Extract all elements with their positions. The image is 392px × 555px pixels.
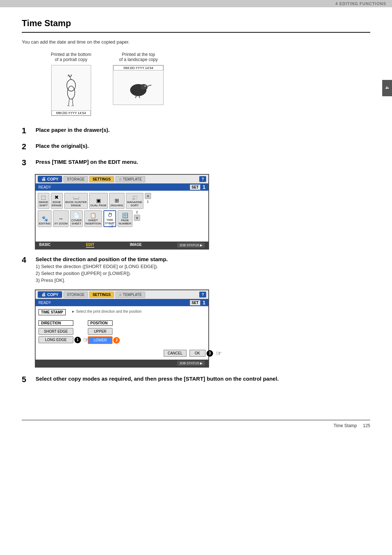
direction-column: DIRECTION SHORT EDGE LONG EDGE 1 ☞	[38, 320, 73, 344]
step4-sub3: 3) Press [OK].	[36, 278, 168, 283]
dual-page-btn[interactable]: ▣ DUAL PAGE	[89, 193, 108, 209]
position-column: POSITION UPPER LOWER 2 ☞	[88, 320, 113, 344]
template-btn[interactable]: ☆ TEMPLATE	[115, 176, 145, 182]
edit-tab[interactable]: EDIT	[86, 243, 94, 248]
landscape-illustration: Printed at the top of a landscape copy M…	[113, 52, 164, 105]
svg-line-3	[69, 98, 69, 105]
editing-btn[interactable]: 🐾 EDITING	[38, 210, 52, 227]
storage-btn2[interactable]: STORAGE	[64, 292, 88, 298]
basic-tab[interactable]: BASIC	[39, 243, 50, 248]
short-edge-btn[interactable]: SHORT EDGE	[38, 328, 73, 335]
cursor-hand4: ☞	[216, 349, 222, 357]
step4-sub2: 2) Select the position ([UPPER] or [LOWE…	[36, 271, 168, 276]
edge-erase-btn[interactable]: ✖ EDGEERASE	[51, 193, 63, 209]
copy-button2[interactable]: 🖨 COPY	[38, 291, 62, 298]
landscape-box: MM.DD.YYYY 14:54	[113, 65, 164, 105]
screen2-bottom: CANCEL OK 3 ☞	[38, 350, 205, 357]
portrait-timestamp: MM.DD.YYYY 14:54	[52, 110, 91, 116]
step-3: 3 Press [TIME STAMP] on the EDIT menu.	[22, 158, 370, 167]
side-tab: 4	[382, 80, 392, 96]
screen2-body: TIME STAMP ► Select the print direction …	[36, 306, 208, 360]
kiwi-icon	[124, 76, 153, 98]
copy-icon2: 🖨	[41, 292, 46, 297]
page-footer: Time Stamp 125	[22, 420, 370, 428]
help-btn2[interactable]: ?	[199, 292, 206, 297]
help-btn[interactable]: ?	[199, 176, 206, 182]
screen2-header: 🖨 COPY STORAGE SETTINGS ☆ TEMPLATE ?	[36, 290, 208, 299]
screen1-row1: ⬚ IMAGESHIFT ✖ EDGEERASE 📖 BOOK GUNTERER…	[38, 193, 206, 209]
storage-btn[interactable]: STORAGE	[64, 176, 88, 182]
screen2-instruction: ► Select the print direction and the pos…	[72, 309, 142, 313]
svg-line-4	[72, 98, 73, 105]
screen2-footer: JOB STATUS ▶	[36, 360, 208, 367]
time-stamp-btn[interactable]: ⏱ TIMESTAMP ☞	[103, 210, 116, 227]
screen1-row2: 🐾 EDITING ↔ XY ZOOM 📄 COVERSHEET 📋 SHEET…	[38, 210, 206, 227]
top-bar: 4 EDITING FUNCTIONS	[0, 0, 392, 7]
settings-btn2[interactable]: SETTINGS	[89, 292, 114, 298]
screen1-status: READY SET 1	[36, 183, 208, 191]
screen2-mockup: 🖨 COPY STORAGE SETTINGS ☆ TEMPLATE ? REA…	[35, 289, 209, 368]
long-edge-btn[interactable]: LONG EDGE 1 ☞	[38, 336, 73, 343]
landscape-timestamp: MM.DD.YYYY 14:54	[113, 65, 163, 70]
magazine-sort-btn[interactable]: 📰 MAGAZINESORT	[126, 193, 143, 209]
page-title: Time Stamp	[22, 18, 370, 33]
sheet-insertion-btn[interactable]: 📋 SHEETINSERTION	[84, 210, 102, 227]
screen1-mockup: 🖨 COPY STORAGE SETTINGS ☆ TEMPLATE ? REA…	[35, 174, 209, 250]
illustration-area: Printed at the bottom of a portrait copy	[51, 52, 370, 116]
lower-btn[interactable]: LOWER 2 ☞	[88, 336, 113, 344]
cursor-hand3: ☞	[122, 336, 128, 344]
svg-point-8	[145, 86, 146, 86]
job-status-btn2[interactable]: JOB STATUS ▶	[177, 361, 205, 366]
position-label: POSITION	[88, 320, 113, 326]
settings-btn[interactable]: SETTINGS	[89, 176, 114, 182]
step4-sub1: 1) Select the direction ([SHORT EDGE] or…	[36, 264, 168, 269]
main-content: Time Stamp You can add the date and time…	[0, 7, 392, 405]
scroll-up-btn[interactable]: ∧	[145, 193, 151, 199]
step-2: 2 Place the original(s).	[22, 142, 370, 151]
portrait-illustration: Printed at the bottom of a portrait copy	[51, 52, 91, 116]
screen2-options: DIRECTION SHORT EDGE LONG EDGE 1 ☞ POSIT…	[38, 320, 205, 344]
step-4: 4 Select the direction and position of t…	[22, 255, 370, 283]
svg-point-2	[68, 86, 75, 99]
portrait-box: MM.DD.YYYY 14:54	[51, 65, 91, 116]
upper-btn[interactable]: UPPER	[88, 328, 113, 335]
scroll-down-btn[interactable]: ∨	[134, 215, 140, 221]
screen1-body: ⬚ IMAGESHIFT ✖ EDGEERASE 📖 BOOK GUNTERER…	[36, 191, 208, 242]
xy-zoom-btn[interactable]: ↔ XY ZOOM	[53, 210, 69, 227]
screen1-header: 🖨 COPY STORAGE SETTINGS ☆ TEMPLATE ?	[36, 175, 208, 183]
book-erase-btn[interactable]: 📖 BOOK GUNTERERASE	[64, 193, 88, 209]
page-number-btn[interactable]: 🔢 PAGENUMBER	[118, 210, 132, 227]
cover-sheet-btn[interactable]: 📄 COVERSHEET	[70, 210, 82, 227]
screen1-footer: BASIC EDIT IMAGE JOB STATUS ▶	[36, 242, 208, 249]
cancel-btn[interactable]: CANCEL	[164, 350, 187, 357]
job-status-btn[interactable]: JOB STATUS ▶	[177, 243, 205, 248]
svg-line-9	[135, 96, 136, 98]
image-shift-btn[interactable]: ⬚ IMAGESHIFT	[38, 193, 49, 209]
direction-label: DIRECTION	[38, 320, 73, 326]
scroll-buttons2: 2 ∨	[134, 210, 140, 227]
screen2-status: READY SET 1	[36, 299, 208, 306]
step-5: 5 Select other copy modes as required, a…	[22, 375, 370, 384]
2in1-btn[interactable]: ⊞ 2IN1/4IN1	[109, 193, 124, 209]
cursor-hand1: ☞	[109, 222, 115, 230]
template-btn2[interactable]: ☆ TEMPLATE	[115, 292, 145, 298]
copy-button[interactable]: 🖨 COPY	[38, 176, 62, 182]
time-stamp-label: TIME STAMP	[38, 309, 66, 315]
flamingo-icon	[58, 74, 84, 109]
intro-text: You can add the date and time on the cop…	[22, 39, 370, 45]
copy-icon: 🖨	[41, 177, 46, 182]
ok-btn[interactable]: OK 3 ☞	[189, 350, 205, 357]
step-1: 1 Place paper in the drawer(s).	[22, 126, 370, 135]
scroll-buttons: ∧ 1	[145, 193, 151, 209]
svg-point-6	[140, 84, 147, 90]
top-bar-label: 4 EDITING FUNCTIONS	[335, 1, 386, 6]
image-tab[interactable]: IMAGE	[130, 243, 142, 248]
